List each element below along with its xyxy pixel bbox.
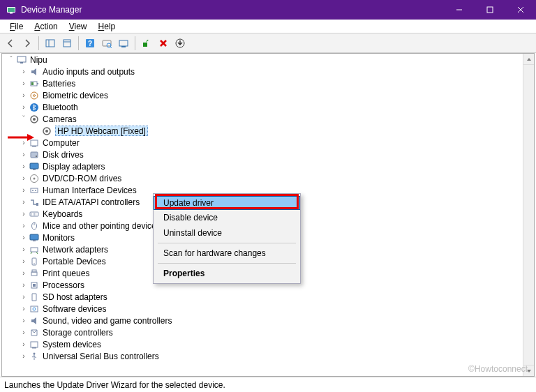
device-category-icon [29, 114, 40, 125]
chevron-right-icon[interactable]: › [19, 257, 29, 265]
chevron-right-icon[interactable]: › [19, 151, 29, 158]
chevron-right-icon[interactable]: › [19, 222, 29, 229]
chevron-right-icon[interactable]: › [19, 91, 29, 99]
svg-point-54 [34, 263, 35, 264]
tree-node-label: IDE ATA/ATAPI controllers [43, 197, 140, 207]
menu-action[interactable]: Action [29, 20, 63, 33]
chevron-right-icon[interactable]: › [19, 293, 29, 301]
menu-file[interactable]: File [4, 20, 29, 33]
close-button[interactable] [505, 0, 536, 20]
svg-point-40 [34, 177, 36, 179]
tree-node[interactable]: ›Batteries [2, 77, 523, 89]
maximize-button[interactable] [475, 0, 505, 20]
chevron-right-icon[interactable]: › [19, 68, 29, 75]
tree-node-label: Biometric devices [43, 91, 108, 100]
menu-help[interactable]: Help [93, 20, 121, 33]
tree-node[interactable]: ›Display adapters [2, 160, 523, 172]
device-category-icon [29, 268, 40, 279]
scan-hardware-button[interactable] [99, 36, 114, 51]
tree-node-label: Cameras [43, 114, 77, 124]
svg-point-27 [31, 92, 38, 99]
cm-properties[interactable]: Properties [154, 266, 300, 281]
tree-node-label: Processors [43, 280, 84, 290]
webcam-icon [41, 126, 52, 137]
tree-node[interactable]: ›SD host adapters [2, 291, 523, 303]
tree-node[interactable]: ›System devices [2, 338, 523, 350]
tree-node[interactable]: ›Universal Serial Bus controllers [2, 350, 523, 362]
cm-scan-hardware[interactable]: Scan for hardware changes [154, 246, 300, 261]
chevron-right-icon[interactable]: › [19, 329, 29, 336]
device-category-icon [29, 303, 40, 315]
properties-button[interactable] [59, 36, 75, 51]
chevron-down-icon[interactable]: ˇ [6, 56, 16, 63]
chevron-right-icon[interactable]: › [19, 198, 29, 206]
tree-node[interactable]: ›Bluetooth [2, 101, 523, 113]
chevron-down-icon[interactable]: ˇ [19, 115, 29, 123]
tree-node[interactable]: ›DVD/CD-ROM drives [2, 172, 523, 184]
device-category-icon [29, 149, 40, 160]
cm-update-driver[interactable]: Update driver [154, 196, 300, 210]
help-button[interactable]: ? [82, 36, 98, 51]
minimize-button[interactable] [444, 0, 475, 20]
tree-node-label: System devices [43, 340, 101, 349]
chevron-right-icon[interactable]: › [19, 317, 29, 324]
forward-button[interactable] [20, 36, 35, 51]
context-menu-separator [158, 263, 296, 264]
device-category-icon [29, 220, 40, 232]
chevron-right-icon[interactable]: › [19, 186, 29, 194]
svg-rect-56 [32, 270, 36, 272]
tree-root[interactable]: ˇ Nipu [2, 54, 523, 66]
tree-node-label: Human Interface Devices [43, 186, 137, 195]
svg-point-43 [35, 190, 36, 191]
svg-point-60 [33, 308, 36, 310]
chevron-right-icon[interactable]: › [19, 174, 29, 182]
svg-line-15 [110, 47, 112, 48]
back-button[interactable] [3, 36, 18, 51]
toolbar-separator [135, 36, 135, 50]
tree-node-label: Disk drives [43, 150, 84, 160]
tree-node[interactable]: ›Computer [2, 137, 523, 149]
cm-disable-device[interactable]: Disable device [154, 210, 300, 225]
enable-device-button[interactable] [139, 36, 154, 51]
chevron-right-icon[interactable]: › [19, 210, 29, 218]
svg-point-32 [45, 130, 48, 133]
vertical-scrollbar[interactable] [523, 54, 534, 376]
tree-node[interactable]: ›Audio inputs and outputs [2, 66, 523, 77]
chevron-right-icon[interactable]: › [19, 281, 29, 289]
tree-node-camera-child[interactable]: HP HD Webcam [Fixed] [2, 125, 523, 137]
device-category-icon [29, 161, 40, 172]
arrow-annotation-icon [8, 133, 34, 142]
chevron-right-icon[interactable]: › [19, 305, 29, 312]
svg-point-42 [32, 190, 34, 191]
chevron-right-icon[interactable]: › [19, 80, 29, 87]
show-hide-console-button[interactable] [43, 36, 58, 51]
install-legacy-button[interactable] [172, 36, 188, 51]
device-category-icon [29, 232, 40, 243]
chevron-right-icon[interactable]: › [19, 269, 29, 277]
chevron-right-icon[interactable]: › [19, 352, 29, 360]
tree-node[interactable]: ›Storage controllers [2, 326, 523, 338]
device-category-icon [29, 102, 40, 113]
scroll-up-button[interactable] [523, 54, 534, 65]
update-driver-button[interactable] [116, 36, 131, 51]
svg-rect-50 [30, 234, 38, 240]
tree-node[interactable]: ›Sound, video and game controllers [2, 315, 523, 326]
cm-uninstall-device[interactable]: Uninstall device [154, 225, 300, 241]
device-manager-icon [6, 4, 17, 15]
svg-rect-1 [8, 8, 15, 12]
chevron-right-icon[interactable]: › [19, 340, 29, 348]
tree-node[interactable]: ›Biometric devices [2, 89, 523, 101]
chevron-right-icon[interactable]: › [19, 163, 29, 170]
tree-node[interactable]: ›Software devices [2, 303, 523, 315]
svg-rect-52 [31, 248, 38, 252]
statusbar: Launches the Update Driver Wizard for th… [0, 377, 536, 392]
tree-node[interactable]: ›Disk drives [2, 149, 523, 160]
menu-view[interactable]: View [64, 20, 93, 33]
tree-node-label: SD host adapters [43, 292, 107, 302]
tree-node[interactable]: ˇCameras [2, 113, 523, 125]
chevron-right-icon[interactable]: › [19, 246, 29, 253]
uninstall-button[interactable] [156, 36, 171, 51]
chevron-right-icon[interactable]: › [19, 234, 29, 241]
svg-point-28 [30, 103, 38, 112]
chevron-right-icon[interactable]: › [19, 103, 29, 111]
